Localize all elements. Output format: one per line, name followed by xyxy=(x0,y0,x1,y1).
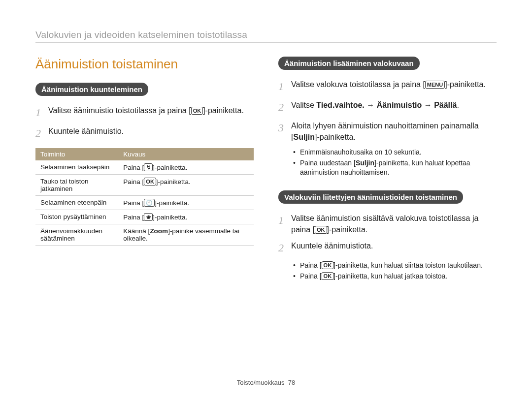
right-s1-step-3: 3 Aloita lyhyen äänimuistion nauhoittami… xyxy=(278,120,497,143)
table-header-function: Toiminto xyxy=(35,148,118,160)
section-heading-add-memo: Äänimuistion lisääminen valokuvaan xyxy=(278,57,420,70)
page-title: Äänimuistion toistaminen xyxy=(35,57,254,72)
timer-icon: 🕘 xyxy=(144,199,155,207)
table-row: Tauko tai toiston jatkaminen Paina [OK]-… xyxy=(35,174,254,195)
step-text: Valitse äänimuistion sisältävä valokuva … xyxy=(291,213,497,235)
ok-icon: OK xyxy=(322,272,334,280)
menu-icon: MENU xyxy=(425,81,445,89)
right-s1-step-1: 1 Valitse valokuva toistotilassa ja pain… xyxy=(278,79,497,94)
step-number: 2 xyxy=(278,240,291,256)
right-s2-step-2: 2 Kuuntele äänimuistiota. xyxy=(278,240,497,256)
table-row: Selaaminen eteenpäin Paina [🕘]-painikett… xyxy=(35,195,254,210)
step-number: 2 xyxy=(35,125,48,141)
step-text: Valitse valokuva toistotilassa ja paina … xyxy=(291,79,497,90)
page-footer: Toisto/muokkaus 78 xyxy=(0,379,532,386)
step-text: Kuuntele äänimuistiota. xyxy=(291,240,497,251)
step-text: Valitse Tied.vaihtoe. → Äänimuistio → Pä… xyxy=(291,99,497,111)
breadcrumb: Valokuvien ja videoiden katseleminen toi… xyxy=(35,30,497,43)
table-row: Toiston pysäyttäminen Paina [❀]-painiket… xyxy=(35,210,254,224)
list-item: Paina [OK]-painiketta, kun haluat jatkaa… xyxy=(293,272,497,281)
step-text: Kuuntele äänimuistio. xyxy=(48,125,254,137)
step-text: Valitse äänimuistio toistotilassa ja pai… xyxy=(48,105,254,116)
list-item: Paina [OK]-painiketta, kun haluat siirtä… xyxy=(293,261,497,271)
step-text: Aloita lyhyen äänimuistion nauhoittamine… xyxy=(291,120,497,143)
function-table: Toiminto Kuvaus Selaaminen taaksepäin Pa… xyxy=(35,148,254,246)
table-row: Äänenvoimakkuuden säätäminen Käännä [Zoo… xyxy=(35,224,254,245)
section-heading-listen: Äänimuistion kuunteleminen xyxy=(35,83,148,96)
left-step-2: 2 Kuuntele äänimuistio. xyxy=(35,125,254,141)
macro-icon: ❀ xyxy=(144,213,153,221)
bullet-list: Enimmäisnauhoitusaika on 10 sekuntia. Pa… xyxy=(293,148,497,178)
left-step-1: 1 Valitse äänimuistio toistotilassa ja p… xyxy=(35,105,254,121)
manual-page: Valokuvien ja videoiden katseleminen toi… xyxy=(0,0,532,308)
flash-icon: ↯ xyxy=(144,163,153,171)
right-s2-step-1: 1 Valitse äänimuistion sisältävä valokuv… xyxy=(278,213,497,235)
step-number: 1 xyxy=(278,213,291,228)
left-column: Äänimuistion toistaminen Äänimuistion ku… xyxy=(35,57,254,288)
table-header-description: Kuvaus xyxy=(118,148,254,160)
right-s1-step-2: 2 Valitse Tied.vaihtoe. → Äänimuistio → … xyxy=(278,99,497,115)
ok-icon: OK xyxy=(322,261,334,269)
step-number: 1 xyxy=(278,79,291,94)
ok-icon: OK xyxy=(144,178,156,185)
footer-section: Toisto/muokkaus xyxy=(237,379,285,386)
step-number: 1 xyxy=(35,105,48,121)
page-number: 78 xyxy=(288,379,295,386)
two-column-layout: Äänimuistion toistaminen Äänimuistion ku… xyxy=(35,57,497,288)
step-number: 3 xyxy=(278,120,291,136)
ok-icon: OK xyxy=(315,226,327,234)
right-column: Äänimuistion lisääminen valokuvaan 1 Val… xyxy=(278,57,497,288)
ok-icon: OK xyxy=(191,107,203,115)
list-item: Paina uudestaan [Suljin]-painiketta, kun… xyxy=(293,158,497,178)
bullet-list: Paina [OK]-painiketta, kun haluat siirtä… xyxy=(293,261,497,281)
section-heading-play-attached: Valokuviin liitettyjen äänimuistioiden t… xyxy=(278,190,463,204)
table-row: Selaaminen taaksepäin Paina [↯]-painiket… xyxy=(35,160,254,175)
step-number: 2 xyxy=(278,99,291,115)
list-item: Enimmäisnauhoitusaika on 10 sekuntia. xyxy=(293,148,497,157)
